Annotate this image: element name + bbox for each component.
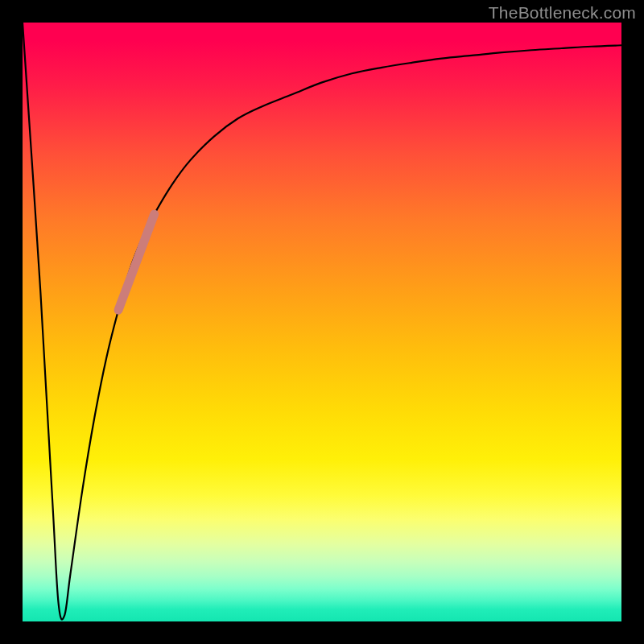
highlight-segment-path (118, 214, 155, 310)
watermark-label: TheBottleneck.com (489, 3, 636, 23)
chart-stage: TheBottleneck.com (0, 0, 644, 644)
curve-layer (23, 23, 621, 621)
plot-area (23, 23, 621, 621)
bottleneck-curve-path (23, 23, 621, 620)
